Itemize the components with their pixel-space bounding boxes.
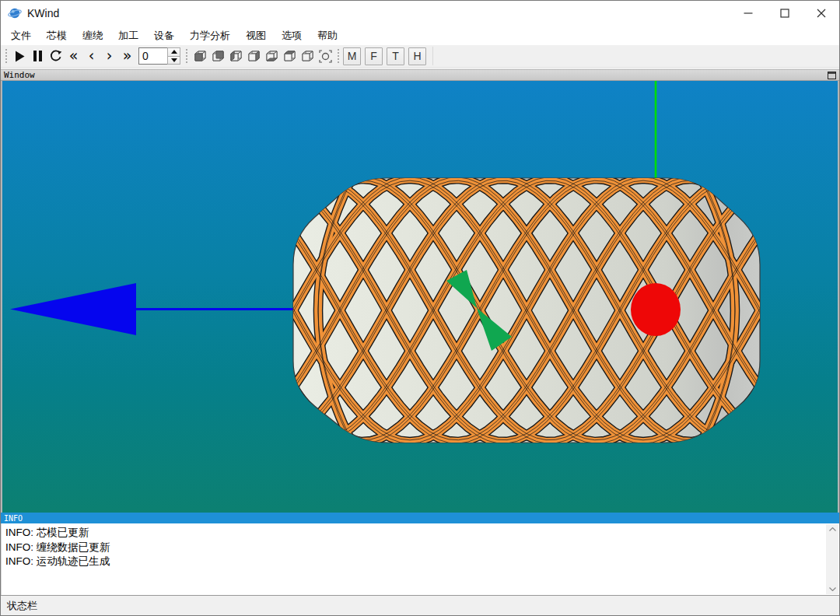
maximize-button[interactable] <box>766 1 803 26</box>
menu-winding[interactable]: 缠绕 <box>80 27 105 44</box>
log-scrollbar[interactable] <box>826 524 838 594</box>
window-controls <box>730 1 839 26</box>
step-back-button[interactable]: ‹ <box>83 47 100 65</box>
maximize-icon <box>780 9 789 18</box>
close-button[interactable] <box>803 1 839 26</box>
menu-machining[interactable]: 加工 <box>116 27 141 44</box>
view-back-button[interactable] <box>210 47 226 65</box>
toggle-mandrel-button[interactable]: M <box>343 47 361 65</box>
view-isometric-button[interactable] <box>299 47 316 65</box>
spin-up-icon <box>171 50 177 54</box>
scroll-up-icon[interactable] <box>829 527 836 531</box>
log-line: INFO: 芯模已更新 <box>5 526 822 541</box>
play-button[interactable] <box>12 47 28 65</box>
toggle-fiber-button[interactable]: F <box>365 47 383 65</box>
toolbar-grip[interactable] <box>336 47 340 65</box>
skip-to-end-button[interactable]: » <box>119 47 135 65</box>
spin-down-icon <box>171 58 177 62</box>
log-line: INFO: 运动轨迹已生成 <box>5 555 822 569</box>
scroll-down-icon[interactable] <box>829 587 836 591</box>
menu-bar: 文件 芯模 缠绕 加工 设备 力学分析 视图 选项 帮助 <box>1 26 839 45</box>
frame-spinbox <box>138 47 180 65</box>
log-panel: INFO: 芯模已更新 INFO: 缠绕数据已更新 INFO: 运动轨迹已生成 <box>1 523 839 595</box>
toolbar-grip[interactable] <box>184 47 188 65</box>
info-dock-title: INFO <box>4 514 23 523</box>
info-dock-header[interactable]: INFO <box>1 513 839 523</box>
menu-view[interactable]: 视图 <box>243 27 268 44</box>
menu-options[interactable]: 选项 <box>279 27 304 44</box>
viewport-dock-title: Window <box>4 70 35 80</box>
frame-spinner <box>167 47 180 65</box>
frame-number-input[interactable] <box>138 47 167 65</box>
menu-mechanics[interactable]: 力学分析 <box>187 27 233 44</box>
toggle-trajectory-button[interactable]: T <box>387 47 404 65</box>
toolbar-grip[interactable] <box>4 47 8 65</box>
view-fit-button[interactable] <box>317 47 334 65</box>
window-title: KWind <box>27 7 59 19</box>
spin-up-button[interactable] <box>167 47 180 57</box>
status-bar: 状态栏 <box>1 595 839 615</box>
view-left-button[interactable] <box>228 47 244 65</box>
spin-down-button[interactable] <box>167 57 180 65</box>
refresh-button[interactable] <box>47 47 64 65</box>
menu-help[interactable]: 帮助 <box>315 27 340 44</box>
toolbar-separator <box>432 47 433 65</box>
log-line: INFO: 缠绕数据已更新 <box>5 541 822 555</box>
dock-float-button[interactable] <box>827 71 837 80</box>
view-front-button[interactable] <box>192 47 208 65</box>
marker-dot <box>631 283 681 336</box>
view-bottom-button[interactable] <box>264 47 280 65</box>
minimize-button[interactable] <box>730 1 766 26</box>
scene-canvas <box>2 81 838 513</box>
app-logo-icon <box>8 6 22 20</box>
status-text: 状态栏 <box>7 599 37 613</box>
viewport-dock-header: Window <box>1 69 839 81</box>
toolbar: « ‹ › » M F T H <box>1 45 839 68</box>
view-right-button[interactable] <box>246 47 262 65</box>
app-window: KWind 文件 芯模 缠绕 加工 设备 力学分析 视图 选项 帮助 « <box>0 0 840 616</box>
menu-equipment[interactable]: 设备 <box>152 27 177 44</box>
close-icon <box>817 9 826 18</box>
viewport-3d[interactable] <box>1 81 839 513</box>
skip-to-start-button[interactable]: « <box>65 47 82 65</box>
toggle-head-button[interactable]: H <box>408 47 426 65</box>
menu-file[interactable]: 文件 <box>9 27 33 44</box>
step-forward-button[interactable]: › <box>101 47 117 65</box>
pause-button[interactable] <box>30 47 46 65</box>
title-bar: KWind <box>1 1 839 26</box>
view-top-button[interactable] <box>282 47 298 65</box>
feed-arrow-head <box>10 283 136 335</box>
float-window-icon <box>828 72 836 79</box>
minimize-icon <box>744 9 753 18</box>
menu-mandrel[interactable]: 芯模 <box>44 27 69 44</box>
